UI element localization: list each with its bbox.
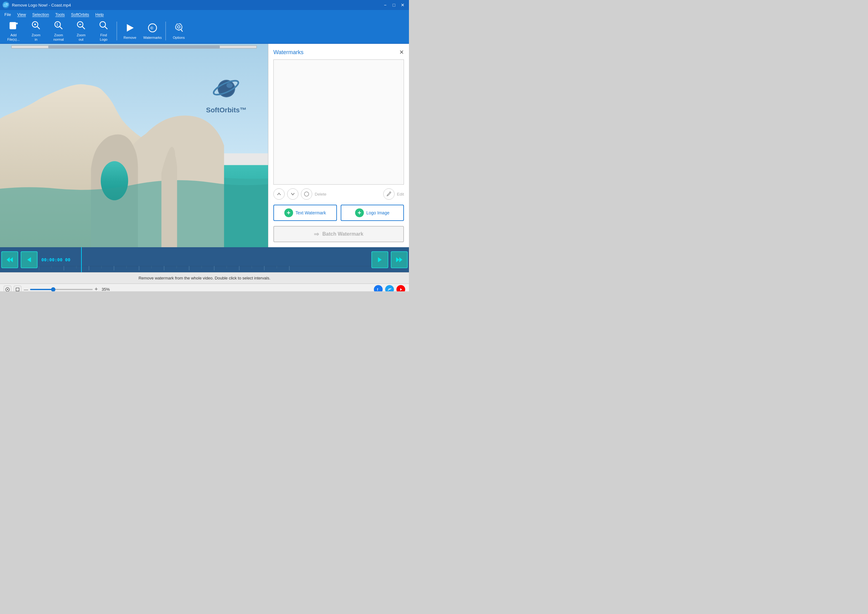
zoom-in-button[interactable]: Zoomin (25, 20, 47, 42)
batch-watermark-button[interactable]: ⇒ Batch Watermark (273, 226, 404, 242)
zoom-normal-icon: 1 (54, 20, 64, 32)
text-watermark-label: Text Watermark (296, 210, 326, 215)
title-bar: Remove Logo Now! - Coast.mp4 − □ ✕ (0, 0, 409, 10)
zoom-minus-button[interactable]: — (24, 287, 28, 291)
scrollbar-track[interactable] (11, 45, 257, 48)
fast-forward-button[interactable] (391, 251, 408, 268)
menu-view[interactable]: View (14, 11, 29, 18)
crop-tool-button[interactable] (14, 286, 21, 291)
add-files-button[interactable]: AddFile(s)... (3, 20, 25, 42)
delete-label[interactable]: Delete (315, 192, 327, 197)
edit-item-button[interactable] (383, 188, 394, 200)
svg-marker-34 (10, 257, 13, 262)
menu-bar: File View Selection Tools SoftOrbits Hel… (0, 10, 409, 19)
svg-point-32 (304, 192, 309, 196)
zoom-slider[interactable] (30, 289, 93, 290)
minimize-button[interactable]: − (381, 1, 389, 9)
options-button[interactable]: Options (168, 20, 190, 42)
add-files-icon (8, 20, 19, 32)
menu-file[interactable]: File (1, 11, 14, 18)
zoom-out-button[interactable]: Zoomout (70, 20, 92, 42)
options-label: Options (173, 36, 185, 39)
zoom-slider-thumb[interactable] (51, 287, 56, 291)
svg-point-17 (100, 22, 106, 27)
video-area: SoftOrbits™ ◀ ▶ (0, 44, 268, 247)
facebook-svg-icon: f (376, 287, 380, 291)
remove-play-icon (125, 23, 135, 34)
youtube-svg-icon (399, 287, 403, 291)
panel-close-button[interactable]: ✕ (399, 49, 404, 56)
svg-text:©: © (150, 26, 154, 30)
selection-icon (5, 287, 10, 291)
window-title: Remove Logo Now! - Coast.mp4 (12, 3, 71, 8)
zoom-plus-button[interactable]: + (95, 286, 98, 291)
zoom-in-label: Zoomin (32, 33, 40, 41)
maximize-button[interactable]: □ (390, 1, 398, 9)
menu-tools[interactable]: Tools (52, 11, 68, 18)
add-logo-image-button[interactable]: + Logo Image (341, 205, 404, 221)
wrench-icon (387, 192, 391, 197)
scrollbar-thumb[interactable] (48, 46, 219, 48)
facebook-icon[interactable]: f (374, 285, 383, 291)
svg-text:1: 1 (56, 23, 58, 26)
svg-line-23 (181, 29, 183, 32)
logo-image-label: Logo Image (366, 210, 390, 215)
close-button[interactable]: ✕ (399, 1, 407, 9)
add-files-label: AddFile(s)... (7, 33, 20, 41)
menu-softorbits[interactable]: SoftOrbits (68, 11, 92, 18)
bottom-toolbar: — + 35% f (0, 284, 409, 291)
menu-help[interactable]: Help (92, 11, 107, 18)
panel-title: Watermarks (273, 49, 303, 56)
planet-svg-icon (212, 74, 241, 102)
find-logo-button[interactable]: FindLogo (93, 20, 115, 42)
playhead[interactable] (81, 247, 82, 272)
prev-frame-button[interactable] (21, 251, 37, 268)
watermarks-panel: Watermarks ✕ Delete (268, 44, 409, 247)
svg-line-13 (60, 26, 62, 29)
twitter-icon[interactable] (385, 285, 394, 291)
zoom-out-label: Zoomout (77, 33, 85, 41)
toolbar: AddFile(s)... Zoomin 1 Zoomnormal (0, 19, 409, 44)
watermark-list (273, 59, 404, 185)
selection-tool-button[interactable] (4, 286, 11, 291)
svg-line-16 (82, 26, 85, 29)
batch-watermark-label: Batch Watermark (322, 231, 363, 237)
svg-text:f: f (377, 288, 378, 291)
find-logo-label: FindLogo (100, 33, 107, 41)
svg-line-10 (37, 26, 40, 29)
svg-rect-3 (10, 22, 16, 29)
menu-selection[interactable]: Selection (29, 11, 52, 18)
move-up-button[interactable] (273, 188, 285, 200)
remove-item-button[interactable] (301, 188, 312, 200)
toolbar-separator-2 (165, 22, 166, 40)
youtube-icon[interactable] (396, 285, 405, 291)
svg-marker-60 (399, 257, 402, 262)
svg-line-18 (105, 26, 107, 29)
timeline-area: 00:00:00 00 (0, 247, 409, 272)
timeline-ruler (39, 266, 370, 272)
svg-marker-65 (400, 288, 402, 291)
watermarks-button[interactable]: © Watermarks (141, 20, 163, 42)
move-down-button[interactable] (287, 188, 298, 200)
svg-marker-19 (127, 24, 134, 32)
options-icon (174, 23, 184, 34)
social-icons: f (374, 285, 405, 291)
title-bar-left: Remove Logo Now! - Coast.mp4 (3, 2, 71, 8)
timeline-time: 00:00:00 00 (39, 256, 370, 264)
watermark-add-buttons: + Text Watermark + Logo Image (273, 205, 404, 221)
next-frame-button[interactable] (371, 251, 388, 268)
remove-button[interactable]: Remove (119, 20, 141, 42)
zoom-normal-button[interactable]: 1 Zoomnormal (48, 20, 70, 42)
svg-point-2 (6, 4, 8, 5)
watermarks-label: Watermarks (143, 36, 162, 39)
zoom-out-icon (76, 20, 86, 32)
edit-label[interactable]: Edit (397, 192, 404, 197)
zoom-controls: — + (24, 286, 98, 291)
svg-marker-33 (6, 257, 10, 262)
svg-point-22 (177, 26, 180, 28)
add-text-watermark-button[interactable]: + Text Watermark (273, 205, 337, 221)
watermarks-icon: © (148, 23, 157, 34)
chevron-up-icon (276, 192, 281, 197)
remove-label: Remove (124, 36, 137, 39)
rewind-button[interactable] (1, 251, 18, 268)
